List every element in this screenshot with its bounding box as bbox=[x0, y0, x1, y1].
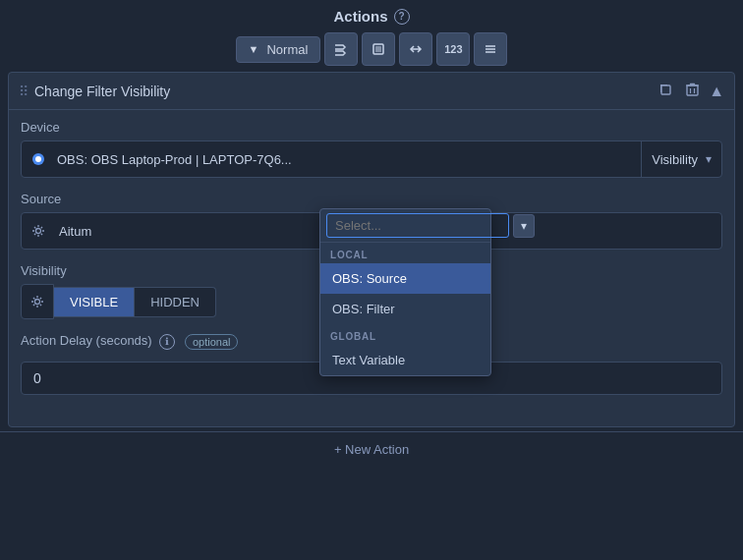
device-obs-icon bbox=[22, 141, 49, 177]
copy-button[interactable] bbox=[655, 81, 676, 101]
dropdown-item-obs-filter[interactable]: OBS: Filter bbox=[320, 294, 490, 324]
normal-button[interactable]: ▼ Normal bbox=[236, 36, 321, 63]
svg-rect-6 bbox=[687, 85, 698, 95]
trash-icon bbox=[686, 83, 699, 96]
dropdown-search-input[interactable] bbox=[326, 213, 509, 238]
visibility-gear-icon[interactable] bbox=[21, 284, 54, 319]
dropdown-search-row: ▾ bbox=[320, 209, 490, 243]
list-icon bbox=[483, 41, 498, 57]
new-action-label: + New Action bbox=[334, 442, 409, 457]
svg-rect-1 bbox=[375, 46, 381, 52]
shuffle-icon bbox=[333, 41, 349, 57]
panel-header: ⠿ Change Filter Visibility ▲ bbox=[9, 73, 734, 110]
hidden-button[interactable]: HIDDEN bbox=[135, 287, 216, 317]
drag-handle-icon[interactable]: ⠿ bbox=[19, 84, 29, 99]
panel-header-actions: ▲ bbox=[655, 81, 724, 101]
top-bar: Actions ? ▼ Normal 123 bbox=[0, 0, 743, 72]
transition-icon bbox=[408, 41, 424, 57]
change-filter-visibility-panel: ⠿ Change Filter Visibility ▲ bbox=[8, 72, 735, 427]
svg-point-13 bbox=[36, 229, 41, 234]
panel-title-row: ⠿ Change Filter Visibility bbox=[19, 84, 170, 99]
source-dropdown: ▾ LOCAL OBS: Source OBS: Filter GLOBAL T… bbox=[319, 208, 491, 376]
visible-button[interactable]: VISIBLE bbox=[54, 287, 135, 317]
list-icon-button[interactable] bbox=[474, 32, 507, 66]
dropdown-global-label: GLOBAL bbox=[320, 324, 490, 345]
svg-rect-5 bbox=[661, 85, 670, 94]
delete-button[interactable] bbox=[682, 81, 703, 101]
actions-title: Actions bbox=[333, 8, 387, 25]
new-action-footer[interactable]: + New Action bbox=[0, 431, 743, 467]
svg-point-14 bbox=[35, 300, 40, 305]
device-value: OBS: OBS Laptop-Prod | LAPTOP-7Q6... bbox=[49, 152, 641, 167]
svg-point-12 bbox=[35, 156, 41, 162]
shuffle-icon-button[interactable] bbox=[324, 32, 358, 66]
visibility-toggle-group: VISIBLE HIDDEN bbox=[54, 287, 216, 317]
dropdown-local-label: LOCAL bbox=[320, 243, 490, 263]
dropdown-item-text-variable[interactable]: Text Variable bbox=[320, 345, 490, 375]
action-delay-help-icon[interactable]: ℹ bbox=[159, 334, 175, 350]
transition-icon-button[interactable] bbox=[399, 32, 432, 66]
toolbar: ▼ Normal 123 bbox=[236, 32, 508, 66]
dropdown-chevron-button[interactable]: ▾ bbox=[513, 214, 535, 238]
source-gear-icon[interactable] bbox=[22, 213, 55, 249]
dropdown-item-obs-source[interactable]: OBS: Source bbox=[320, 263, 490, 294]
device-section: Device OBS: OBS Laptop-Prod | LAPTOP-7Q6… bbox=[21, 120, 722, 178]
device-label: Device bbox=[21, 120, 722, 135]
panel-title: Change Filter Visibility bbox=[34, 84, 170, 99]
device-row: OBS: OBS Laptop-Prod | LAPTOP-7Q6... Vis… bbox=[21, 140, 722, 178]
layer-icon bbox=[371, 41, 386, 57]
number-icon-button[interactable]: 123 bbox=[436, 32, 470, 66]
page-title: Actions ? bbox=[333, 8, 409, 25]
collapse-button[interactable]: ▲ bbox=[709, 83, 724, 100]
visibility-section-label: Visibility bbox=[652, 152, 698, 167]
number-icon: 123 bbox=[444, 43, 462, 55]
source-label: Source bbox=[21, 192, 722, 206]
help-icon[interactable]: ? bbox=[394, 9, 410, 25]
visibility-dropdown-arrow[interactable]: ▾ bbox=[706, 152, 712, 166]
layer-icon-button[interactable] bbox=[362, 32, 395, 66]
optional-badge: optional bbox=[185, 334, 239, 350]
device-visibility-section[interactable]: Visibility ▾ bbox=[641, 141, 721, 177]
copy-icon bbox=[658, 83, 672, 96]
